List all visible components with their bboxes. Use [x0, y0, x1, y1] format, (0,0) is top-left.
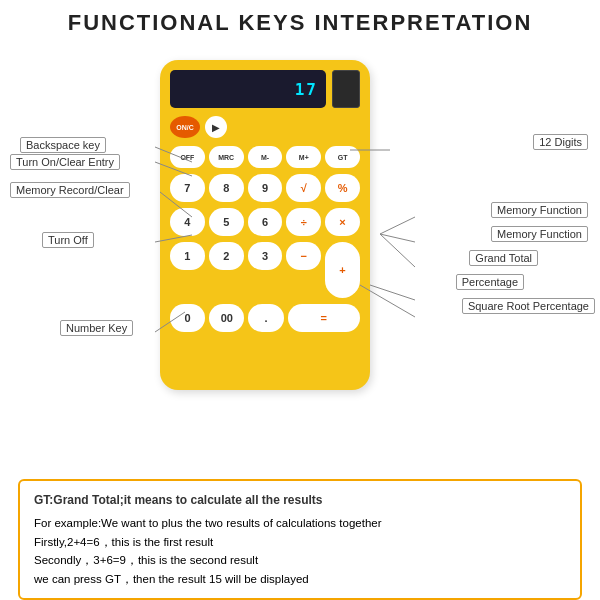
info-box: GT:Grand Total;it means to calculate all… — [18, 479, 582, 600]
btn-dot[interactable]: . — [248, 304, 283, 332]
annotation-grand-total: Grand Total — [469, 250, 538, 266]
annotation-turn-on: Turn On/Clear Entry — [10, 154, 120, 170]
btn-7[interactable]: 7 — [170, 174, 205, 202]
annotation-memory-func1: Memory Function — [491, 202, 588, 218]
btn-4[interactable]: 4 — [170, 208, 205, 236]
btn-2[interactable]: 2 — [209, 242, 244, 270]
m-plus-button[interactable]: M+ — [286, 146, 321, 168]
btn-minus[interactable]: − — [286, 242, 321, 270]
calculator: 17 ON/C ▶ OFF MRC M- M+ GT 7 8 9 √ % 4 — [160, 60, 370, 390]
btn-5[interactable]: 5 — [209, 208, 244, 236]
svg-line-8 — [380, 234, 415, 267]
btn-divide[interactable]: ÷ — [286, 208, 321, 236]
row-123: 1 2 3 − + — [170, 242, 360, 298]
annotation-memory-record: Memory Record/Clear — [10, 182, 130, 198]
btn-percent[interactable]: % — [325, 174, 360, 202]
display-row: 17 — [170, 70, 360, 108]
btn-0[interactable]: 0 — [170, 304, 205, 332]
info-title: GT:Grand Total;it means to calculate all… — [34, 491, 566, 510]
calculator-display: 17 — [170, 70, 326, 108]
btn-sqrt[interactable]: √ — [286, 174, 321, 202]
info-line-3: Secondly，3+6=9，this is the second result — [34, 551, 566, 569]
top-row: ON/C ▶ — [170, 116, 360, 138]
off-button[interactable]: OFF — [170, 146, 205, 168]
btn-multiply[interactable]: × — [325, 208, 360, 236]
svg-line-6 — [380, 217, 415, 234]
annotation-12digits: 12 Digits — [533, 134, 588, 150]
annotation-memory-func2: Memory Function — [491, 226, 588, 242]
on-clear-button[interactable]: ON/C — [170, 116, 200, 138]
annotation-turn-off: Turn Off — [42, 232, 94, 248]
btn-8[interactable]: 8 — [209, 174, 244, 202]
m-minus-button[interactable]: M- — [248, 146, 283, 168]
info-line-1: For example:We want to plus the two resu… — [34, 514, 566, 532]
row-456: 4 5 6 ÷ × — [170, 208, 360, 236]
annotation-sqrt-percentage: Square Root Percentage — [462, 298, 595, 314]
svg-line-7 — [380, 234, 415, 242]
btn-plus[interactable]: + — [325, 242, 360, 298]
info-line-4: we can press GT，then the result 15 will … — [34, 570, 566, 588]
page-header: FUNCTIONAL KEYS INTERPRETATION — [0, 0, 600, 42]
mrc-button[interactable]: MRC — [209, 146, 244, 168]
btn-6[interactable]: 6 — [248, 208, 283, 236]
annotation-backspace: Backspace key — [20, 137, 106, 153]
row-0: 0 00 . = — [170, 304, 360, 332]
btn-1[interactable]: 1 — [170, 242, 205, 270]
gt-button[interactable]: GT — [325, 146, 360, 168]
btn-equals[interactable]: = — [288, 304, 360, 332]
btn-9[interactable]: 9 — [248, 174, 283, 202]
svg-line-9 — [370, 285, 415, 300]
annotation-percentage: Percentage — [456, 274, 524, 290]
info-line-2: Firstly,2+4=6，this is the first result — [34, 533, 566, 551]
btn-3[interactable]: 3 — [248, 242, 283, 270]
diagram-area: 17 ON/C ▶ OFF MRC M- M+ GT 7 8 9 √ % 4 — [0, 42, 600, 422]
row-789: 7 8 9 √ % — [170, 174, 360, 202]
backspace-button[interactable]: ▶ — [205, 116, 227, 138]
function-row: OFF MRC M- M+ GT — [170, 146, 360, 168]
annotation-number-key: Number Key — [60, 320, 133, 336]
display-value: 17 — [295, 80, 318, 99]
page-title: FUNCTIONAL KEYS INTERPRETATION — [0, 10, 600, 36]
solar-panel — [332, 70, 360, 108]
btn-00[interactable]: 00 — [209, 304, 244, 332]
